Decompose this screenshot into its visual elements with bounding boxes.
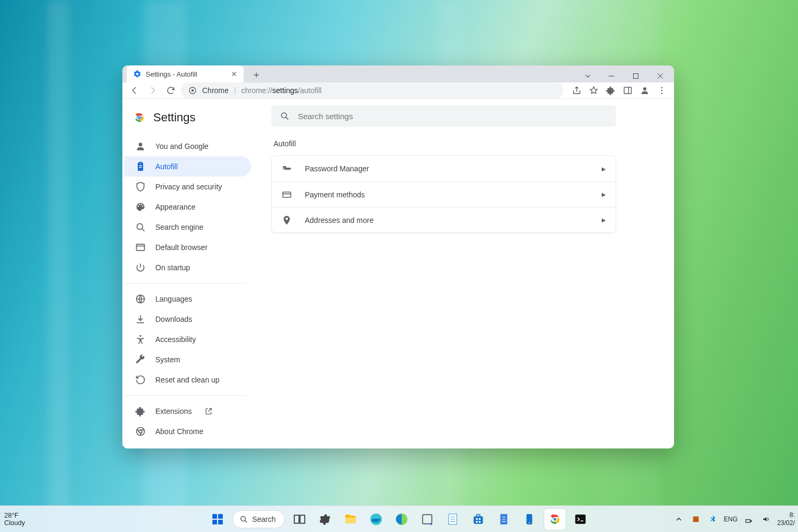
forward-button[interactable] [145,82,161,98]
tray-overflow-button[interactable] [673,513,685,525]
sidebar-item-system[interactable]: System [124,350,251,370]
address-url: chrome://settings/autofill [241,86,321,95]
address-bar[interactable]: Chrome | chrome://settings/autofill [181,82,563,98]
sidebar-item-default-browser[interactable]: Default browser [124,237,251,257]
taskbar-app-snip[interactable] [417,509,438,530]
svg-rect-35 [479,518,480,519]
new-tab-button[interactable] [249,68,264,82]
start-button[interactable] [207,509,228,530]
tray-network-icon[interactable] [743,513,755,525]
tray-security-icon[interactable] [690,513,702,525]
taskbar-app-terminal[interactable] [570,509,591,530]
window-maximize-button[interactable] [624,68,647,84]
search-icon [135,222,146,232]
sidebar-item-label: About Chrome [155,427,203,436]
sidebar-item-downloads[interactable]: Downloads [124,309,251,329]
sidebar-item-label: You and Google [155,142,209,151]
taskbar-center: Search [207,509,591,530]
settings-search-input[interactable] [298,112,608,121]
person-icon [135,141,146,152]
tray-volume-icon[interactable] [760,513,772,525]
tray-bluetooth-icon[interactable] [707,513,719,525]
weather-desc: Cloudy [4,519,25,527]
sidebar-item-reset[interactable]: Reset and clean up [124,370,251,390]
tab-strip: Settings - Autofill [122,65,674,82]
sidebar-item-languages[interactable]: Languages [124,289,251,309]
sidebar-separator [124,283,246,284]
row-label: Payment methods [305,190,602,199]
taskbar-app-edge-2[interactable] [391,509,412,530]
sidebar-item-you-and-google[interactable]: You and Google [124,136,251,156]
sidebar-item-autofill[interactable]: Autofill [124,156,251,177]
windows-taskbar: 28°F Cloudy Search ENG 8: [0,505,798,532]
svg-rect-30 [423,514,432,523]
row-addresses[interactable]: Addresses and more ▶ [272,207,616,232]
svg-rect-46 [746,519,750,522]
window-minimize-button[interactable] [600,68,623,84]
open-in-new-icon [204,407,213,415]
accessibility-icon [135,334,146,345]
chrome-page-icon [188,86,197,95]
svg-rect-26 [300,515,305,523]
restore-icon [135,375,146,385]
window-close-button[interactable] [649,68,672,84]
svg-point-4 [643,87,646,90]
taskbar-app-chrome[interactable] [544,509,566,530]
credit-card-icon [281,189,292,200]
taskbar-app-edge[interactable] [365,509,387,530]
shield-icon [135,181,146,192]
reload-button[interactable] [163,82,179,98]
browser-tab[interactable]: Settings - Autofill [127,65,244,82]
globe-icon [135,294,146,304]
taskbar-app-doc[interactable] [493,509,514,530]
taskbar-app-settings[interactable] [314,509,336,530]
chevron-right-icon: ▶ [602,217,606,223]
row-label: Password Manager [305,164,602,173]
svg-rect-44 [575,514,586,523]
window-icon [135,242,146,253]
svg-rect-32 [474,516,483,523]
sidebar-item-label: Appearance [155,203,196,211]
address-origin-label: Chrome [202,86,229,95]
svg-rect-19 [283,192,291,197]
sidebar-item-about-chrome[interactable]: About Chrome [124,421,251,442]
taskbar-app-phone[interactable] [519,509,540,530]
svg-point-7 [661,93,663,94]
taskbar-search[interactable]: Search [232,510,285,528]
sidebar-item-appearance[interactable]: Appearance [124,197,251,217]
chrome-outline-icon [135,426,146,437]
taskbar-app-notepad[interactable] [442,509,463,530]
sidebar-item-accessibility[interactable]: Accessibility [124,329,251,350]
weather-widget[interactable]: 28°F Cloudy [4,506,25,532]
taskbar-app-explorer[interactable] [340,509,361,530]
sidebar-item-label: Languages [155,295,192,303]
sidebar-separator [124,395,246,396]
gear-icon [133,70,142,78]
sidebar-item-on-startup[interactable]: On startup [124,257,251,278]
task-view-button[interactable] [289,509,310,530]
share-button[interactable] [569,82,585,98]
svg-point-10 [138,117,141,119]
svg-point-40 [529,522,530,523]
sidebar-item-privacy[interactable]: Privacy and security [124,177,251,197]
tabs-dropdown-button[interactable] [580,69,595,84]
svg-point-11 [139,143,143,146]
svg-rect-37 [479,521,480,522]
row-password-manager[interactable]: Password Manager ▶ [272,156,616,181]
row-payment-methods[interactable]: Payment methods ▶ [272,181,616,207]
svg-point-12 [137,223,143,229]
sidebar-item-label: Accessibility [155,335,196,344]
svg-rect-45 [693,516,699,522]
location-pin-icon [281,215,292,226]
sidebar-item-extensions[interactable]: Extensions [124,401,251,421]
tab-close-button[interactable] [230,70,238,78]
back-button[interactable] [127,82,143,98]
chrome-window: Settings - Autofill Chrome | [122,65,674,448]
clipboard-icon [135,161,146,172]
tray-clock[interactable]: 8: 23/02/ [777,511,795,527]
sidebar-item-search-engine[interactable]: Search engine [124,217,251,237]
taskbar-app-store[interactable] [468,509,489,530]
settings-search[interactable] [271,105,616,127]
download-icon [135,314,146,325]
tray-language[interactable]: ENG [724,516,738,523]
